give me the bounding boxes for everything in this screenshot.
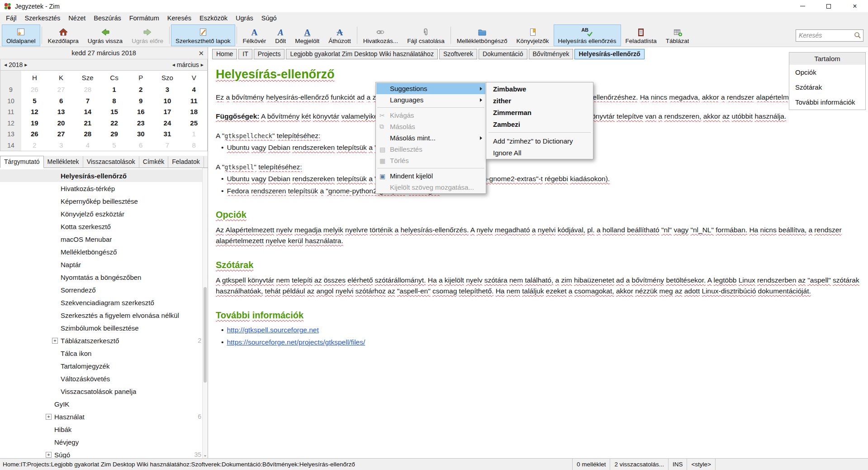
menubar-item[interactable]: Formátum: [125, 12, 163, 24]
tree-row[interactable]: Visszacsatolások panelja: [0, 385, 208, 398]
tree-row[interactable]: Nyomtatás a böngészőben: [0, 271, 208, 283]
tree-row[interactable]: Mellékletböngésző: [0, 245, 208, 258]
prev-month-icon[interactable]: ◀: [171, 63, 177, 67]
tree-row[interactable]: Szimbólumok beillesztése: [0, 321, 208, 334]
menubar-item[interactable]: Nézet: [64, 12, 90, 24]
calendar-day[interactable]: 7: [154, 140, 181, 151]
close-button[interactable]: ×: [842, 0, 868, 12]
expander-icon[interactable]: [52, 338, 58, 344]
calendar-day[interactable]: 12: [21, 106, 48, 118]
calendar-day[interactable]: 20: [48, 118, 75, 129]
tree-row[interactable]: Hivatkozás-térkép: [0, 182, 208, 195]
tree-row[interactable]: Tartalomjegyzék: [0, 360, 208, 372]
page-tab[interactable]: Dokumentáció: [479, 49, 527, 59]
context-menu-item[interactable]: Kijelölt szöveg mozgatása...: [376, 182, 485, 193]
calendar-day[interactable]: 11: [180, 96, 207, 107]
page-tab[interactable]: Szoftverek: [439, 49, 477, 59]
suggestion-item[interactable]: Zimbabwe: [487, 83, 593, 95]
page-tab[interactable]: Legjobb gyakorlat Zim Desktop Wiki haszn…: [286, 49, 438, 59]
calendar-day[interactable]: 6: [128, 140, 154, 151]
calendar-day[interactable]: 17: [154, 106, 181, 118]
context-menu-item[interactable]: Kivágás: [376, 110, 485, 121]
calendar-day[interactable]: 26: [21, 84, 48, 96]
tree-row[interactable]: Képernyőkép beillesztése: [0, 195, 208, 207]
calendar-day[interactable]: 1: [180, 129, 207, 140]
side-panel-tab[interactable]: Feladatok: [168, 156, 204, 168]
backlinks-status[interactable]: 2 visszacsatolás...: [610, 459, 668, 470]
toolbar-forward-button[interactable]: Ugrás előre: [127, 24, 168, 46]
calendar-day[interactable]: 30: [128, 129, 154, 140]
attachments-status[interactable]: 0 melléklet: [572, 459, 610, 470]
toc-item[interactable]: Opciók: [789, 65, 865, 80]
expander-icon[interactable]: [46, 414, 52, 420]
menubar-item[interactable]: Fájl: [2, 12, 20, 24]
next-year-icon[interactable]: ▶: [23, 63, 29, 67]
toolbar-sidepane-button[interactable]: Oldalpanel: [2, 24, 40, 46]
tree-row[interactable]: macOS Menubar: [0, 233, 208, 245]
calendar-day[interactable]: 22: [101, 118, 128, 129]
toolbar-bold-button[interactable]: A Félkövér: [238, 24, 271, 46]
page-tab[interactable]: Projects: [254, 49, 285, 59]
external-link[interactable]: http://gtkspell.sourceforge.net: [227, 326, 318, 334]
page-tab[interactable]: IT: [238, 49, 252, 59]
search-icon[interactable]: [854, 31, 862, 39]
context-menu-item[interactable]: [376, 106, 485, 110]
minimize-button[interactable]: [789, 0, 816, 12]
toolbar-table-button[interactable]: Táblázat: [661, 24, 694, 46]
suggestion-item[interactable]: Ignore All: [487, 147, 593, 158]
toolbar-home-button[interactable]: Kezdőlapra: [43, 24, 83, 46]
tree-row[interactable]: Könyvjelző eszköztár: [0, 207, 208, 220]
toolbar-bookmarks-button[interactable]: Könyvjelzők: [512, 24, 554, 46]
tree-row[interactable]: Szekvenciadiagram szerkesztő: [0, 296, 208, 309]
tree-row[interactable]: Használat 6: [0, 410, 208, 423]
toolbar-spellcheck-button[interactable]: AB Helyesírás ellenőrzés: [554, 24, 621, 46]
context-menu-item[interactable]: Suggestions: [376, 83, 485, 94]
context-menu-item[interactable]: [376, 166, 485, 170]
toolbar-link-button[interactable]: Hivatkozás...: [359, 24, 403, 46]
side-panel-tab[interactable]: Visszacsatolások: [83, 156, 139, 168]
calendar-day[interactable]: 3: [154, 84, 181, 96]
calendar-day[interactable]: 16: [128, 106, 154, 118]
next-month-icon[interactable]: ▶: [199, 63, 205, 67]
menubar-item[interactable]: Beszúrás: [90, 12, 125, 24]
calendar-day[interactable]: 19: [21, 118, 48, 129]
tree-scrollbar-thumb[interactable]: [204, 287, 207, 383]
context-menu-item[interactable]: Másolás: [376, 121, 485, 132]
calendar-day[interactable]: 24: [154, 118, 181, 129]
tree-row[interactable]: Névjegy: [0, 436, 208, 448]
calendar-day[interactable]: 9: [128, 96, 154, 107]
suggestion-item[interactable]: Zimmerman: [487, 106, 593, 118]
toolbar-strike-button[interactable]: A Áthúzott: [324, 24, 356, 46]
suggestion-item[interactable]: zither: [487, 95, 593, 106]
page-tab[interactable]: Bővítmények: [529, 49, 574, 59]
calendar-day[interactable]: 21: [74, 118, 101, 129]
toolbar-tasklist-button[interactable]: Feladatlista: [621, 24, 661, 46]
suggestion-item[interactable]: Add "zimhez" to Dictionary: [487, 135, 593, 147]
toolbar-toggle-editable-button[interactable]: Szerkeszthető lapok: [171, 24, 235, 46]
calendar-day[interactable]: 6: [48, 96, 75, 107]
toolbar-back-button[interactable]: Ugrás vissza: [83, 24, 127, 46]
menubar-item[interactable]: Ugrás: [232, 12, 257, 24]
calendar-day[interactable]: 31: [154, 129, 181, 140]
calendar-day[interactable]: 13: [48, 106, 75, 118]
page-tab[interactable]: Home: [212, 49, 237, 59]
external-link[interactable]: https://sourceforge.net/projects/gtkspel…: [227, 338, 365, 346]
tree-row[interactable]: Kotta szerkesztő: [0, 220, 208, 233]
calendar-day[interactable]: 27: [48, 84, 75, 96]
tree-row[interactable]: Súgó 35: [0, 448, 208, 458]
style-selector[interactable]: <style>: [687, 459, 715, 470]
calendar-day[interactable]: 8: [101, 96, 128, 107]
calendar-day[interactable]: 23: [128, 118, 154, 129]
toolbar-highlight-button[interactable]: A Megjelölt: [290, 24, 324, 46]
tree-row[interactable]: GyIK: [0, 398, 208, 410]
menubar-item[interactable]: Súgó: [257, 12, 281, 24]
toolbar-attachment-browser-button[interactable]: Mellékletböngésző: [452, 24, 512, 46]
calendar-day[interactable]: 26: [21, 129, 48, 140]
side-panel-tab[interactable]: Tárgymutató: [0, 156, 44, 168]
toolbar-attach-button[interactable]: Fájl csatolása: [403, 24, 449, 46]
tree-row[interactable]: Tálca ikon: [0, 347, 208, 360]
page-tab[interactable]: Helyesírás-ellenőrző: [574, 49, 644, 59]
tree-row[interactable]: Sorrendező: [0, 283, 208, 296]
suggestion-item[interactable]: [487, 130, 593, 135]
maximize-button[interactable]: [816, 0, 842, 12]
